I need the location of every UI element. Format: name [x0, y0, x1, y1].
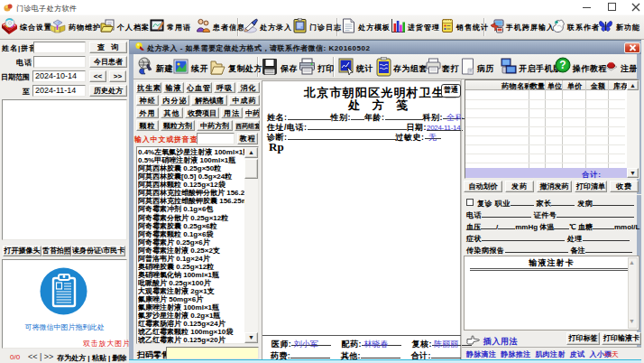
- svg-text:?: ?: [559, 59, 566, 71]
